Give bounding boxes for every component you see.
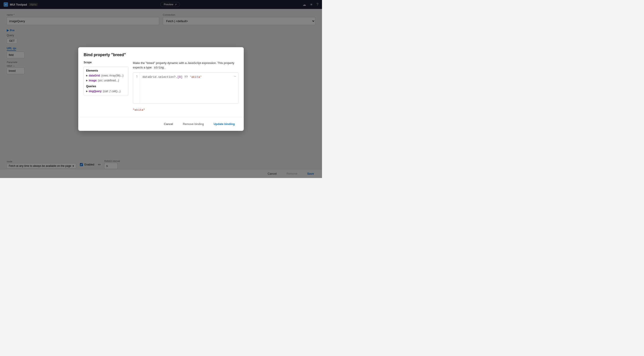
expand-icon: ▶ (86, 90, 88, 92)
expand-icon: ▶ (86, 79, 88, 82)
expand-icon: ▶ (86, 74, 88, 77)
queries-section-title: Queries (86, 85, 126, 88)
code-string: 'akita' (190, 75, 202, 79)
line-number-1: 1 (135, 75, 138, 78)
code-identifier: dataGrid.selection?. (142, 75, 177, 79)
scope-query-name: dogQuery: {call: ƒ call()...} (89, 90, 120, 93)
scope-item-name: dataGrid: {rows: Array(98)...} (89, 74, 124, 77)
modal-footer: Cancel Remove binding Update binding (78, 117, 244, 131)
bind-property-modal: Bind property "breed" Scope Elements ▶ d… (78, 47, 244, 131)
scope-item-image[interactable]: ▶ image: {src: undefined...} (86, 79, 126, 82)
minimize-icon[interactable]: — (234, 74, 236, 78)
code-operator: ?? (182, 75, 190, 79)
eval-result: "akita" (133, 106, 238, 113)
modal-update-binding-button[interactable]: Update binding (210, 121, 238, 127)
modal-title: Bind property "breed" (84, 52, 238, 57)
scope-item-dogquery[interactable]: ▶ dogQuery: {call: ƒ call()...} (86, 90, 126, 93)
modal-remove-binding-button[interactable]: Remove binding (179, 121, 207, 127)
modal-cancel-button[interactable]: Cancel (160, 121, 176, 127)
elements-section-title: Elements (86, 69, 126, 72)
modal-overlay: Bind property "breed" Scope Elements ▶ d… (0, 0, 322, 178)
code-bracket: [0] (177, 75, 182, 79)
modal-description: Make the "breed" property dynamic with a… (133, 61, 238, 70)
expected-type: string (153, 66, 164, 70)
scope-item-name: image: {src: undefined...} (89, 79, 119, 82)
modal-scope-panel: Scope Elements ▶ dataGrid: {rows: Array(… (84, 61, 128, 113)
scope-box: Elements ▶ dataGrid: {rows: Array(98)...… (84, 67, 128, 95)
scope-heading: Scope (84, 61, 128, 64)
modal-code-panel: Make the "breed" property dynamic with a… (133, 61, 238, 113)
code-content[interactable]: dataGrid.selection?.[0] ?? 'akita' (140, 73, 238, 104)
scope-item-datagrid[interactable]: ▶ dataGrid: {rows: Array(98)...} (86, 74, 126, 77)
modal-header: Bind property "breed" (78, 47, 244, 61)
modal-body: Scope Elements ▶ dataGrid: {rows: Array(… (78, 61, 244, 117)
code-editor[interactable]: 1 dataGrid.selection?.[0] ?? 'akita' — (133, 72, 238, 104)
line-numbers: 1 (133, 73, 140, 104)
